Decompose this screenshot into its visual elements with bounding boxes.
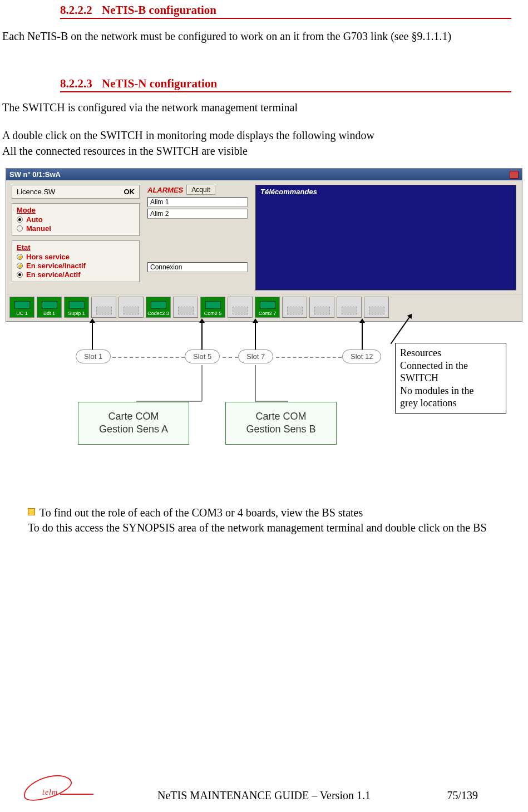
chip-icon [342, 307, 357, 314]
carte-com-b-box: Carte COM Gestion Sens B [225, 402, 337, 445]
slot-item[interactable] [119, 297, 144, 318]
licence-label: Licence SW [17, 188, 55, 196]
chip-icon [205, 301, 221, 309]
chip-icon [260, 301, 275, 309]
connector-line [255, 365, 256, 401]
figure-annotations: Slot 1 Slot 5 Slot 7 Slot 12 Carte COM G… [6, 322, 522, 478]
arrow-icon [362, 322, 363, 350]
arrow-icon [255, 322, 256, 350]
chip-icon [69, 301, 85, 309]
paragraph-8223b: A double click on the SWITCH in monitori… [2, 128, 511, 142]
window-titlebar: SW n° 0/1:SwA [6, 169, 522, 180]
footer-logo: telm [22, 777, 89, 802]
alarmes-label: ALARMES [147, 186, 183, 194]
radio-icon [17, 263, 23, 269]
slot-label-7: Slot 7 [238, 350, 273, 363]
carte-com-a-box: Carte COM Gestion Sens A [78, 402, 189, 445]
mode-manuel-row[interactable]: Manuel [17, 224, 135, 233]
heading-title: NeTIS-B configuration [102, 3, 216, 17]
heading-title: NeTIS-N configuration [102, 77, 217, 90]
slot-item[interactable] [364, 297, 389, 318]
slot-item[interactable] [282, 297, 307, 318]
slot-item[interactable] [309, 297, 334, 318]
section-heading-8223: 8.2.2.3 NeTIS-N configuration [60, 77, 511, 92]
etat-actif-label: En service/Actif [26, 270, 81, 279]
paragraph-8222: Each NeTIS-B on the network must be conf… [2, 29, 511, 43]
resources-line3: SWITCH [400, 372, 501, 385]
bullet-icon [28, 508, 35, 515]
paragraph-8223a: The SWITCH is configured via the network… [2, 100, 511, 115]
acquit-button[interactable]: Acquit [186, 185, 215, 195]
mode-auto-row[interactable]: Auto [17, 215, 135, 224]
slot-item[interactable]: Supip 1 [64, 297, 89, 318]
etat-hors-label: Hors service [26, 253, 70, 261]
slot-label: Bdt 1 [43, 311, 55, 316]
radio-icon [17, 272, 23, 278]
slot-label: Supip 1 [68, 311, 85, 316]
paragraph-8223c: All the connected resources in the SWITC… [2, 144, 511, 158]
arrow-icon [92, 322, 93, 350]
slot-item[interactable] [173, 297, 198, 318]
etat-title: Etat [17, 243, 135, 252]
etat-panel: Etat Hors service En service/Inactif En … [12, 240, 140, 282]
chip-icon [151, 301, 166, 309]
etat-actif-row[interactable]: En service/Actif [17, 270, 135, 279]
chip-icon [233, 307, 248, 314]
mode-panel: Mode Auto Manuel [12, 203, 140, 236]
section-heading-8222: 8.2.2.2 NeTIS-B configuration [60, 3, 511, 19]
switch-window-figure: SW n° 0/1:SwA Licence SW OK Mode Auto Ma… [6, 168, 522, 478]
slot-item[interactable] [228, 297, 253, 318]
chip-icon [314, 307, 330, 314]
resources-line5: grey locations [400, 397, 501, 410]
etat-hors-row[interactable]: Hors service [17, 253, 135, 261]
arrow-icon [201, 322, 203, 350]
etat-inactif-row[interactable]: En service/Inactif [17, 262, 135, 270]
licence-box: Licence SW OK [12, 185, 140, 199]
slot-item[interactable]: Com2 5 [200, 297, 225, 318]
mode-title: Mode [17, 206, 135, 214]
chip-icon [369, 307, 384, 314]
switch-window: SW n° 0/1:SwA Licence SW OK Mode Auto Ma… [6, 168, 522, 322]
resources-line4: No modules in the [400, 385, 501, 397]
slot-label-1: Slot 1 [76, 350, 111, 363]
radio-icon [17, 225, 23, 232]
radio-icon [17, 254, 23, 260]
footer-page-number: 75/139 [447, 789, 478, 802]
radio-icon [17, 216, 23, 223]
bullet-block: To find out the role of each of the COM3… [28, 505, 511, 535]
slot-label: Codec2 3 [147, 311, 169, 316]
close-icon[interactable] [510, 171, 519, 179]
slot-item[interactable] [337, 297, 362, 318]
chip-icon [124, 307, 139, 314]
connexion-field: Connexion [147, 262, 248, 272]
slot-label: UC 1 [16, 311, 28, 316]
heading-number: 8.2.2.2 [60, 3, 92, 17]
resources-annotation-box: Resources Connected in the SWITCH No mod… [395, 343, 506, 414]
bullet-line2: To do this access the SYNOPSIS area of t… [28, 520, 511, 535]
slot-item[interactable]: Codec2 3 [146, 297, 171, 318]
mode-manuel-label: Manuel [26, 224, 51, 233]
alarmes-header: ALARMES Acquit [147, 185, 248, 195]
connector-line [201, 365, 203, 401]
logo-line-icon [60, 794, 93, 795]
telecommandes-title: Télécommandes [256, 185, 516, 198]
slot-item[interactable] [91, 297, 116, 318]
slot-item[interactable]: Com2 7 [255, 297, 280, 318]
resources-line2: Connected in the [400, 360, 501, 372]
telecommandes-panel: Télécommandes [255, 185, 516, 291]
logo-ellipse-icon [20, 770, 74, 805]
footer-title: NeTIS MAINTENANCE GUIDE – Version 1.1 [157, 789, 371, 802]
chip-icon [42, 301, 57, 309]
slot-item[interactable]: UC 1 [9, 297, 34, 318]
carte-com-a-line1: Carte COM [84, 410, 183, 423]
dashed-connector [223, 357, 238, 358]
slot-item[interactable]: Bdt 1 [37, 297, 62, 318]
mid-column: ALARMES Acquit Alim 1 Alim 2 Connexion [147, 185, 248, 274]
slot-label: Com2 7 [259, 311, 277, 316]
slot-bar: UC 1Bdt 1Supip 1Codec2 3Com2 5Com2 7 [6, 294, 522, 321]
chip-icon [96, 307, 112, 314]
etat-inactif-label: En service/Inactif [26, 262, 86, 270]
window-body: Licence SW OK Mode Auto Manuel Etat Hors… [6, 180, 522, 294]
window-title: SW n° 0/1:SwA [9, 170, 61, 179]
resources-line1: Resources [400, 347, 501, 360]
